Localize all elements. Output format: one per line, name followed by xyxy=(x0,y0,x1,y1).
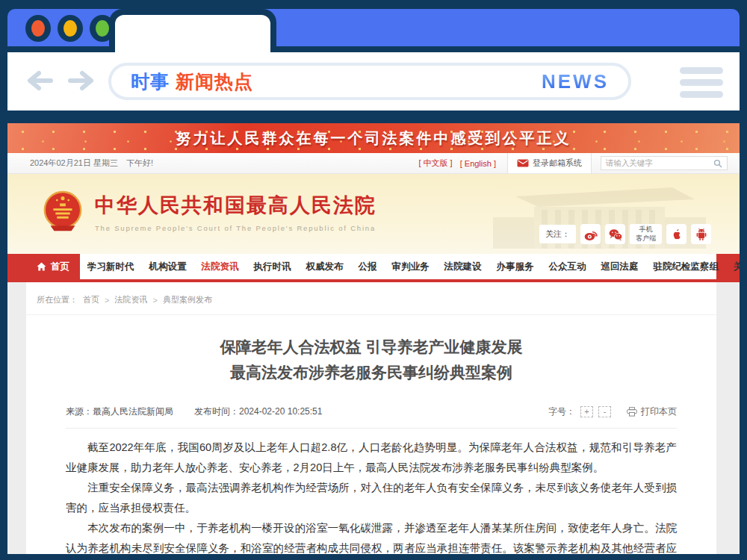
forward-arrow-icon[interactable] xyxy=(66,69,97,93)
apple-icon xyxy=(669,227,684,242)
paragraph: 本次发布的案例一中，于养老机构一楼开设的浴室一氧化碳泄露，并渗透至老年人潘某某所… xyxy=(66,518,677,554)
nav-item[interactable]: 法院建设 xyxy=(437,254,489,279)
wechat-button[interactable] xyxy=(605,224,625,244)
lang-chinese-link[interactable]: [ 中文版 ] xyxy=(418,158,452,169)
traffic-light-red-icon xyxy=(31,20,45,37)
weibo-button[interactable] xyxy=(580,224,601,244)
address-text: 时事 新闻热点 xyxy=(131,69,253,94)
nav-item[interactable]: 审判业务 xyxy=(385,254,437,279)
print-button[interactable]: 打印本页 xyxy=(627,405,677,418)
nav-item[interactable]: 执行时讯 xyxy=(247,254,299,279)
mail-login-button[interactable]: 登录邮箱系统 xyxy=(507,153,592,173)
nav-item-current[interactable]: 法院资讯 xyxy=(194,254,247,279)
content-area: 所在位置： 首页 > 法院资讯 > 典型案例发布 保障老年人合法权益 引导养老产… xyxy=(7,282,740,554)
site-subtitle: The Supreme People's Court of The People… xyxy=(95,224,376,232)
menu-icon[interactable] xyxy=(680,67,723,98)
article-source: 来源：最高人民法院新闻局 xyxy=(66,405,173,418)
article-title: 保障老年人合法权益 引导养老产业健康发展 最高法发布涉养老服务民事纠纷典型案例 xyxy=(66,335,677,385)
nav-item[interactable]: 驻院纪检监察组 xyxy=(646,254,727,279)
traffic-light-green-icon xyxy=(96,20,109,37)
follow-row: 关注： xyxy=(539,224,711,244)
home-icon xyxy=(37,262,46,271)
nav-item-home[interactable]: 首页 xyxy=(26,254,80,279)
nav-item[interactable]: 公众互动 xyxy=(542,254,594,279)
font-size-label: 字号： xyxy=(548,405,575,418)
android-app-button[interactable] xyxy=(691,224,711,244)
utility-bar: 2024年02月21日 星期三 下午好! [ 中文版 ] [ English ]… xyxy=(7,153,740,174)
article-publish-time: 发布时间：2024-02-20 10:25:51 xyxy=(194,405,322,418)
traffic-light-yellow-icon xyxy=(63,20,77,37)
search-icon[interactable] xyxy=(713,159,722,168)
browser-window: 时事 新闻热点 NEWS 努力让人民群众在每一个司法案件中感受到公平正义 202… xyxy=(0,0,747,560)
browser-toolbar: 时事 新闻热点 NEWS xyxy=(7,52,740,111)
paragraph: 截至2022年年底，我国60周岁及以上老年人口超2.8亿，人口老龄化趋势明显。为… xyxy=(66,438,677,478)
nav-item[interactable]: 公报 xyxy=(351,254,385,279)
mail-icon xyxy=(517,159,529,167)
search-input[interactable]: 请输入关键字 xyxy=(601,156,728,170)
traffic-lights xyxy=(25,15,115,42)
search-placeholder: 请输入关键字 xyxy=(606,158,713,169)
browser-tab[interactable] xyxy=(109,9,276,52)
nav-item[interactable]: 学习新时代 xyxy=(80,254,142,279)
back-arrow-icon[interactable] xyxy=(24,69,55,93)
paragraph: 注重安全保障义务，最高法强调养老机构作为经营场所，对入住的老年人负有安全保障义务… xyxy=(66,478,677,518)
article-meta: 来源：最高人民法院新闻局 发布时间：2024-02-20 10:25:51 字号… xyxy=(66,405,677,429)
breadcrumb-news-link[interactable]: 法院资讯 xyxy=(114,294,147,305)
webpage: 努力让人民群众在每一个司法案件中感受到公平正义 2024年02月21日 星期三 … xyxy=(7,123,740,554)
nav-item[interactable]: 权威发布 xyxy=(299,254,351,279)
weibo-icon xyxy=(583,227,598,242)
site-title: 中华人民共和国最高人民法院 xyxy=(95,192,376,219)
article-paragraphs: 截至2022年年底，我国60周岁及以上老年人口超2.8亿，人口老龄化趋势明显。为… xyxy=(66,438,677,554)
slogan-banner: 努力让人民群众在每一个司法案件中感受到公平正义 xyxy=(7,123,740,153)
lang-english-link[interactable]: [ English ] xyxy=(460,159,496,168)
printer-icon xyxy=(627,407,637,417)
nav-item[interactable]: 巡回法庭 xyxy=(594,254,646,279)
breadcrumb-current: 典型案例发布 xyxy=(163,294,212,305)
breadcrumb: 所在位置： 首页 > 法院资讯 > 典型案例发布 xyxy=(26,282,716,315)
follow-label: 关注： xyxy=(539,225,576,243)
news-badge: NEWS xyxy=(542,70,609,93)
wechat-icon xyxy=(608,227,623,242)
android-icon xyxy=(694,227,709,242)
nav-item[interactable]: 关于我们 xyxy=(726,254,740,279)
font-increase-button[interactable]: + xyxy=(580,406,593,417)
breadcrumb-home-link[interactable]: 首页 xyxy=(83,294,99,305)
address-bar[interactable]: 时事 新闻热点 NEWS xyxy=(108,63,631,100)
minimize-button[interactable] xyxy=(58,15,83,42)
close-button[interactable] xyxy=(25,15,51,42)
date-text: 2024年02月21日 星期三 下午好! xyxy=(30,158,153,169)
nav-item[interactable]: 机构设置 xyxy=(142,254,194,279)
nav-item[interactable]: 办事服务 xyxy=(489,254,542,279)
site-brand[interactable]: 中华人民共和国最高人民法院 The Supreme People's Court… xyxy=(41,190,376,234)
slogan-text: 努力让人民群众在每一个司法案件中感受到公平正义 xyxy=(176,128,571,149)
apple-app-button[interactable] xyxy=(666,224,686,244)
mobile-client-button[interactable]: 手机 客户端 xyxy=(630,224,662,244)
site-header: 中华人民共和国最高人民法院 The Supreme People's Court… xyxy=(7,174,740,254)
main-navigation: 首页 学习新时代 机构设置 法院资讯 执行时讯 权威发布 公报 审判业务 法院建… xyxy=(7,254,740,282)
font-decrease-button[interactable]: - xyxy=(598,406,611,417)
national-emblem xyxy=(41,190,84,234)
